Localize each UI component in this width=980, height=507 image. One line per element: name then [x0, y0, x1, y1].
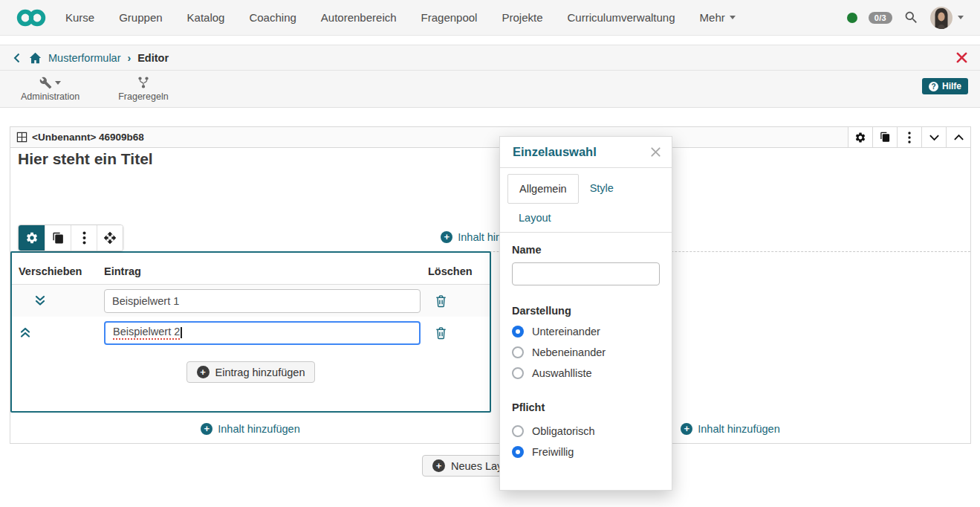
radio-selected-icon — [512, 326, 524, 338]
plus-circle-icon — [432, 459, 445, 472]
close-x-icon[interactable] — [955, 51, 968, 64]
nav-item-projekte[interactable]: Projekte — [502, 11, 542, 24]
move-icon — [103, 231, 117, 245]
home-icon[interactable] — [29, 52, 42, 64]
radio-untereinander[interactable]: Untereinander — [512, 326, 660, 338]
col-header-delete: Löschen — [421, 265, 473, 277]
breadcrumb: Musterformular › Editor — [0, 45, 980, 71]
radio-label: Auswahlliste — [532, 367, 592, 379]
radio-icon — [512, 425, 524, 437]
trash-icon — [434, 294, 448, 309]
table-row: Beispielwert 2 — [12, 317, 490, 349]
move-up-button[interactable] — [12, 326, 104, 340]
avatar — [930, 7, 953, 29]
double-chevron-down-icon — [33, 294, 48, 308]
nav-item-autorenbereich[interactable]: Autorenbereich — [321, 11, 397, 24]
col-header-move: Verschieben — [12, 265, 104, 277]
add-content-link-right[interactable]: Inhalt hinzufügen — [681, 423, 779, 435]
element-settings-dialog: Einzelauswahl Allgemein Style Layout Nam… — [499, 136, 672, 491]
radio-freiwillig[interactable]: Freiwillig — [512, 446, 660, 458]
radio-nebeneinander[interactable]: Nebeneinander — [512, 346, 660, 358]
chevron-down-icon — [929, 134, 940, 141]
section-header-strip: <Unbenannt> 46909b68 — [10, 127, 970, 148]
tab-style[interactable]: Style — [579, 174, 625, 204]
nav-right-cluster: 0/3 — [847, 7, 964, 29]
wrench-icon — [39, 77, 52, 89]
section-menu-button[interactable] — [897, 127, 921, 147]
radio-label: Obligatorisch — [532, 425, 595, 437]
add-content-link-left[interactable]: Inhalt hinzufügen — [201, 423, 299, 435]
display-label: Darstellung — [512, 305, 660, 317]
element-settings-button[interactable] — [19, 225, 45, 251]
add-content-label: Inhalt hinzufügen — [218, 423, 299, 435]
move-down-button[interactable] — [12, 294, 104, 308]
required-label: Pflicht — [512, 401, 660, 413]
delete-entry-button[interactable] — [421, 294, 448, 309]
status-dot — [847, 13, 857, 23]
top-navbar: Kurse Gruppen Katalog Coaching Autorenbe… — [0, 0, 980, 36]
name-field[interactable] — [512, 262, 660, 285]
caret-down-icon — [958, 16, 964, 19]
element-move-button[interactable] — [97, 225, 123, 251]
plus-circle-icon — [197, 366, 210, 378]
table-row — [12, 285, 490, 317]
nav-item-mehr[interactable]: Mehr — [700, 11, 736, 24]
add-entry-button[interactable]: Eintrag hinzufügen — [186, 361, 316, 383]
element-duplicate-button[interactable] — [45, 225, 71, 251]
section-settings-button[interactable] — [848, 127, 872, 147]
nav-item-katalog[interactable]: Katalog — [187, 11, 225, 24]
section-actions — [848, 127, 970, 147]
text-cursor — [181, 327, 182, 338]
section-move-down-button[interactable] — [921, 127, 946, 147]
nav-item-kurse[interactable]: Kurse — [65, 11, 94, 24]
back-chevron-icon[interactable] — [12, 52, 22, 64]
infinity-logo[interactable] — [16, 6, 46, 30]
entry-input[interactable] — [104, 289, 421, 313]
radio-label: Untereinander — [532, 326, 600, 338]
radio-obligatorisch[interactable]: Obligatorisch — [512, 425, 660, 437]
tab-allgemein[interactable]: Allgemein — [507, 174, 579, 204]
double-chevron-up-icon — [18, 326, 33, 340]
breadcrumb-page[interactable]: Musterformular — [48, 52, 121, 64]
copy-icon — [52, 232, 65, 245]
nav-item-coaching[interactable]: Coaching — [249, 11, 296, 24]
nav-item-curriculumverwaltung[interactable]: Curriculumverwaltung — [567, 11, 675, 24]
plus-circle-icon — [441, 231, 452, 243]
section-move-up-button[interactable] — [946, 127, 970, 147]
selected-element[interactable]: Verschieben Eintrag Löschen Beispielwert… — [10, 251, 491, 413]
branch-icon — [137, 76, 150, 89]
frageregeln-button[interactable]: Frageregeln — [109, 74, 177, 103]
add-content-top-row: Inhalt hinzufügen — [10, 230, 970, 243]
breadcrumb-current: Editor — [137, 52, 169, 64]
grid-icon — [16, 132, 27, 143]
help-icon: ? — [929, 82, 938, 91]
administration-label: Administration — [21, 91, 79, 102]
element-menu-button[interactable] — [71, 225, 97, 251]
close-x-icon[interactable] — [650, 146, 661, 158]
add-content-bottom-row: Inhalt hinzufügen Inhalt hinzufügen — [10, 413, 970, 444]
search-icon[interactable] — [903, 10, 919, 25]
nav-more-label: Mehr — [700, 11, 725, 24]
dialog-title: Einzelauswahl — [513, 145, 597, 159]
nav-item-fragenpool[interactable]: Fragenpool — [421, 11, 478, 24]
kebab-icon — [82, 231, 86, 245]
help-button[interactable]: ? Hilfe — [922, 78, 968, 94]
nav-item-gruppen[interactable]: Gruppen — [119, 11, 162, 24]
left-column-dropzone: Inhalt hinzufügen — [10, 413, 490, 444]
add-content-label: Inhalt hinzufügen — [698, 423, 779, 435]
radio-selected-icon — [512, 446, 524, 458]
add-entry-label: Eintrag hinzufügen — [215, 366, 305, 378]
user-menu[interactable] — [930, 7, 964, 29]
breadcrumb-separator: › — [128, 52, 132, 64]
name-label: Name — [512, 244, 660, 256]
radio-auswahlliste[interactable]: Auswahlliste — [512, 367, 660, 379]
delete-entry-button[interactable] — [421, 326, 448, 340]
section-duplicate-button[interactable] — [872, 127, 897, 147]
administration-button[interactable]: Administration — [12, 74, 88, 103]
tab-layout[interactable]: Layout — [507, 204, 562, 232]
dialog-header: Einzelauswahl — [500, 137, 672, 168]
progress-badge[interactable]: 0/3 — [869, 12, 892, 24]
entry-input-value: Beispielwert 2 — [113, 326, 180, 340]
copy-icon — [880, 132, 891, 143]
entry-input[interactable]: Beispielwert 2 — [104, 321, 421, 345]
